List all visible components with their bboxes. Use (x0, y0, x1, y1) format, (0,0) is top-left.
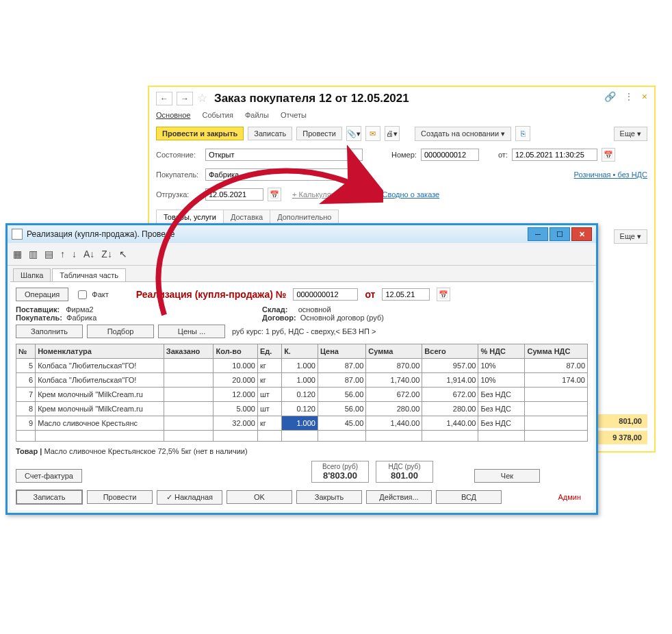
close-icon[interactable]: × (642, 91, 647, 102)
table-row[interactable]: 6Колбаса ''Любительская''ГО!20.000кг1.00… (16, 373, 588, 388)
link-icon[interactable]: 🔗 (604, 91, 616, 102)
column-header[interactable]: К. (282, 344, 318, 359)
shipment-input[interactable] (205, 188, 263, 201)
table-row[interactable]: 8Крем молочный ''MilkCream.ru5.000шт0.12… (16, 402, 588, 416)
cell-unit[interactable]: кг (257, 416, 281, 431)
cell-ord[interactable] (164, 388, 214, 402)
cell-k[interactable]: 1.000 (282, 359, 318, 373)
cell-ord[interactable] (164, 373, 214, 388)
bottom-waybill-button[interactable]: ✓ Накладная (157, 490, 222, 505)
cell-ord[interactable] (164, 402, 214, 416)
fact-checkbox[interactable] (78, 290, 87, 299)
nav-events[interactable]: События (202, 111, 233, 119)
create-based-button[interactable]: Создать на основании ▾ (415, 127, 511, 141)
summary-link[interactable]: Сводно о заказе (383, 190, 440, 199)
nav-main[interactable]: Основное (156, 111, 190, 119)
items-table[interactable]: №НоменклатураЗаказаноКол-воЕд.К.ЦенаСумм… (16, 344, 588, 442)
cell-n[interactable]: 9 (16, 416, 36, 431)
save-button[interactable]: Записать (248, 127, 292, 140)
cell-price[interactable]: 56.00 (318, 388, 365, 402)
cell-vatsum[interactable]: 87.00 (525, 359, 588, 373)
calendar2-icon[interactable]: 📅 (268, 188, 281, 201)
cell-sum[interactable]: 1,440.00 (366, 416, 422, 431)
operation-button[interactable]: Операция (16, 288, 68, 301)
column-header[interactable]: % НДС (478, 344, 525, 359)
cell-total[interactable]: 957.00 (422, 359, 478, 373)
sort-desc-icon[interactable]: Z↓ (101, 249, 112, 259)
attachment-icon[interactable]: 📎▾ (346, 126, 361, 141)
tab-delivery[interactable]: Доставка (223, 210, 270, 225)
calendar-icon[interactable]: 📅 (602, 148, 615, 162)
column-header[interactable]: Номенклатура (36, 344, 164, 359)
order-more-button[interactable]: Еще ▾ (614, 127, 647, 141)
nav-fwd-button[interactable]: → (177, 92, 193, 105)
cell-total[interactable]: 280.00 (422, 402, 478, 416)
invoice-button[interactable]: Счет-фактура (16, 469, 82, 483)
column-header[interactable]: № (16, 344, 36, 359)
check-button[interactable]: Чек (474, 469, 540, 483)
cell-n[interactable]: 8 (16, 402, 36, 416)
cell-total[interactable]: 1,440.00 (422, 416, 478, 431)
price-type-link[interactable]: Розничная • без НДС (574, 170, 647, 179)
table-row[interactable]: 5Колбаса ''Любительская''ГО!10.000кг1.00… (16, 359, 588, 373)
cell-qty[interactable]: 5.000 (214, 402, 258, 416)
cell-sum[interactable]: 870.00 (366, 359, 422, 373)
column-header[interactable]: Сумма НДС (525, 344, 588, 359)
column-header[interactable]: Цена (318, 344, 365, 359)
tab-goods[interactable]: Товары, услуги (156, 210, 224, 225)
cell-ord[interactable] (164, 359, 214, 373)
bottom-ok-button[interactable]: OK (227, 490, 292, 504)
bottom-save-button[interactable]: Записать (16, 490, 83, 505)
cell-vatsum[interactable]: 174.00 (525, 373, 588, 388)
cell-n[interactable]: 7 (16, 388, 36, 402)
fill-button[interactable]: Заполнить (16, 325, 83, 338)
buyer-input[interactable] (205, 168, 363, 181)
cell-sum[interactable]: 1,740.00 (366, 373, 422, 388)
window-maximize-button[interactable]: ☐ (550, 227, 570, 241)
cell-name[interactable]: Масло сливочное Крестьянс (36, 416, 164, 431)
column-header[interactable]: Всего (422, 344, 478, 359)
tb-down-icon[interactable]: ↓ (72, 249, 77, 259)
cell-vatsum[interactable] (525, 416, 588, 431)
calc-link[interactable]: + Калькуляция заказа (292, 190, 369, 199)
cell-k[interactable]: 1.000 (282, 373, 318, 388)
cell-price[interactable]: 45.00 (318, 416, 365, 431)
nav-files[interactable]: Файлы (245, 111, 269, 119)
nav-reports[interactable]: Отчеты (281, 111, 307, 119)
prices-button[interactable]: Цены ... (158, 325, 225, 338)
doc-date-input[interactable] (382, 288, 430, 301)
calendar3-icon[interactable]: 📅 (437, 288, 450, 301)
cell-price[interactable]: 87.00 (318, 373, 365, 388)
cell-name[interactable]: Колбаса ''Любительская''ГО! (36, 373, 164, 388)
cell-k[interactable]: 0.120 (282, 402, 318, 416)
print-icon[interactable]: 🖨▾ (385, 126, 400, 141)
tb-icon-1[interactable]: ▦ (13, 249, 22, 259)
cell-price[interactable]: 87.00 (318, 359, 365, 373)
sort-asc-icon[interactable]: A↓ (83, 249, 94, 259)
cell-unit[interactable]: шт (257, 402, 281, 416)
column-header[interactable]: Сумма (366, 344, 422, 359)
cell-vat[interactable]: Без НДС (478, 416, 525, 431)
cell-vatsum[interactable] (525, 402, 588, 416)
fact-checkbox-label[interactable]: Факт (75, 288, 108, 301)
window-minimize-button[interactable]: ─ (528, 227, 548, 241)
bottom-vsd-button[interactable]: ВСД (436, 490, 502, 504)
cell-n[interactable]: 6 (16, 373, 36, 388)
sub-more-button[interactable]: Еще ▾ (614, 229, 647, 244)
tab-head[interactable]: Шапка (13, 268, 51, 281)
cell-name[interactable]: Крем молочный ''MilkCream.ru (36, 402, 164, 416)
cell-vatsum[interactable] (525, 388, 588, 402)
cell-name[interactable]: Колбаса ''Любительская''ГО! (36, 359, 164, 373)
cell-price[interactable]: 56.00 (318, 402, 365, 416)
bottom-close-button[interactable]: Закрыть (296, 490, 362, 504)
cell-vat[interactable]: Без НДС (478, 388, 525, 402)
cell-total[interactable]: 1,914.00 (422, 373, 478, 388)
cell-sum[interactable]: 672.00 (366, 388, 422, 402)
table-row[interactable]: 9Масло сливочное Крестьянс32.000кг1.0004… (16, 416, 588, 431)
cell-qty[interactable]: 12.000 (214, 388, 258, 402)
more-icon[interactable]: ⋮ (624, 91, 634, 102)
bottom-actions-button[interactable]: Действия... (366, 490, 432, 504)
mail-icon[interactable]: ✉ (365, 126, 380, 141)
cell-qty[interactable]: 20.000 (214, 373, 258, 388)
bottom-post-button[interactable]: Провести (87, 490, 153, 504)
